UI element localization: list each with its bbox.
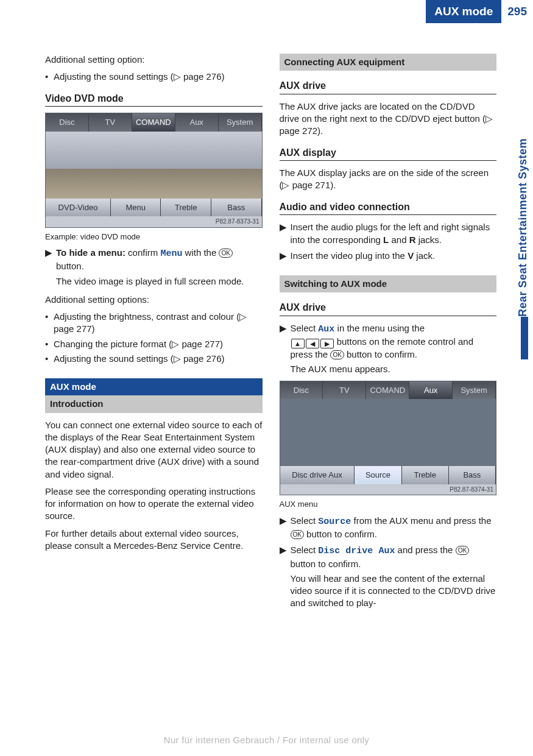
shot1-tab-tv: TV	[89, 113, 132, 132]
step-result: The video image is played in full screen…	[56, 275, 263, 288]
shot1-bot-menu: Menu	[111, 199, 161, 217]
step-insert-audio: ▶ Insert the audio plugs for the left an…	[280, 221, 497, 246]
step-marker-icon: ▶	[45, 247, 56, 273]
header-title: AUX mode	[426, 0, 501, 23]
heading-video-dvd: Video DVD mode	[45, 92, 263, 107]
shot1-ref: P82.87-8373-31	[46, 216, 262, 227]
ok-icon: OK	[330, 350, 344, 359]
step-text: Insert the video plug into the V jack.	[291, 250, 436, 262]
caption: Example: video DVD mode	[45, 231, 263, 242]
ok-icon: OK	[456, 546, 469, 555]
menu-term: Menu	[160, 249, 182, 259]
shot2-tab-tv: TV	[323, 381, 366, 400]
up-arrow-key-icon: ▲	[291, 339, 305, 348]
step-marker-icon: ▶	[280, 250, 291, 262]
page-header: AUX mode 295	[0, 0, 533, 23]
step-select-disc-drive-aux: ▶ Select Disc drive Aux and press the OK…	[280, 544, 497, 570]
step-marker-icon: ▶	[280, 544, 291, 570]
heading-aux-display: AUX display	[280, 146, 497, 161]
bullet-item: •Changing the picture format (▷ page 277…	[45, 338, 263, 350]
shot2-bot-source: Source	[355, 466, 401, 484]
ok-icon: OK	[291, 530, 304, 539]
subsection-introduction: Introduction	[45, 395, 263, 412]
paragraph: The AUX display jacks are on the side of…	[280, 167, 497, 192]
subsection-switching: Switching to AUX mode	[280, 275, 497, 292]
shot1-tab-aux: Aux	[175, 113, 219, 132]
heading-av-connection: Audio and video connection	[280, 200, 497, 216]
shot2-tab-system: System	[453, 381, 496, 400]
menu-term: Disc drive Aux	[318, 546, 395, 556]
screenshot-aux-menu: Disc TV COMAND Aux System Disc drive Aux…	[280, 381, 497, 496]
paragraph: For further details about external video…	[45, 528, 263, 553]
ok-icon: OK	[219, 249, 232, 258]
step-select-source: ▶ Select Source from the AUX menu and pr…	[280, 515, 497, 541]
step-text: Insert the audio plugs for the left and …	[291, 221, 497, 246]
heading-aux-drive: AUX drive	[280, 79, 497, 94]
shot2-bot-discdriveaux: Disc drive Aux	[280, 466, 355, 484]
side-tab-label: Rear Seat Entertainment System	[517, 97, 529, 317]
left-arrow-key-icon: ◀	[306, 339, 319, 348]
bullet-icon: •	[45, 71, 54, 83]
step-insert-video: ▶ Insert the video plug into the V jack.	[280, 250, 497, 262]
step-select-aux: ▶ Select Aux in the menu using the ▲◀▶ b…	[280, 322, 497, 361]
shot1-tab-disc: Disc	[46, 113, 89, 132]
shot1-tab-system: System	[219, 113, 262, 132]
bullet-item: •Adjusting the brightness, contrast and …	[45, 311, 263, 336]
text: Additional setting options:	[45, 294, 263, 306]
step-result: You will hear and see the content of the…	[291, 573, 497, 610]
step-marker-icon: ▶	[280, 221, 291, 246]
shot2-bot-bass: Bass	[449, 466, 496, 484]
shot2-bot-treble: Treble	[402, 466, 449, 484]
right-arrow-key-icon: ▶	[320, 339, 334, 348]
step-text: Select Aux in the menu using the ▲◀▶ but…	[291, 322, 497, 361]
step-hide-menu: ▶ To hide a menu: confirm Menu with the …	[45, 247, 263, 273]
bullet-item: • Adjusting the sound settings (▷ page 2…	[45, 71, 263, 83]
step-text: Select Disc drive Aux and press the OK b…	[291, 544, 470, 570]
shot2-tab-comand: COMAND	[366, 381, 409, 400]
heading-aux-drive-2: AUX drive	[280, 301, 497, 316]
bullet-item: •Adjusting the sound settings (▷ page 27…	[45, 353, 263, 365]
side-strip-top	[521, 317, 528, 359]
step-result: The AUX menu appears.	[291, 363, 497, 375]
step-text: Select Source from the AUX menu and pres…	[291, 515, 497, 541]
step-marker-icon: ▶	[280, 322, 291, 361]
right-column: Connecting AUX equipment AUX drive The A…	[280, 54, 497, 615]
caption: AUX menu	[280, 499, 497, 510]
shot1-bot-dvdvideo: DVD-Video	[46, 199, 111, 217]
page-number: 295	[501, 0, 533, 23]
step-text: To hide a menu: confirm Menu with the OK…	[56, 247, 263, 273]
shot1-bot-bass: Bass	[211, 199, 262, 217]
step-marker-icon: ▶	[280, 515, 291, 541]
shot2-ref: P82.87-8374-31	[280, 484, 496, 495]
text: Additional setting option:	[45, 54, 263, 66]
subsection-connecting: Connecting AUX equipment	[280, 54, 497, 71]
paragraph: Please see the corresponding operating i…	[45, 486, 263, 523]
left-column: Additional setting option: • Adjusting t…	[45, 54, 263, 615]
section-aux-mode: AUX mode	[45, 378, 263, 395]
paragraph: The AUX drive jacks are located on the C…	[280, 101, 497, 138]
shot1-bot-treble: Treble	[161, 199, 211, 217]
menu-term: Source	[318, 517, 351, 527]
shot2-tab-aux: Aux	[409, 381, 453, 400]
paragraph: You can connect one external video sourc…	[45, 419, 263, 481]
menu-term: Aux	[318, 324, 334, 334]
bullet-text: Adjusting the sound settings (▷ page 276…	[54, 71, 225, 83]
screenshot-video-dvd: Disc TV COMAND Aux System DVD-Video Menu…	[45, 113, 263, 228]
shot1-tab-comand: COMAND	[132, 113, 175, 132]
watermark: Nur für internen Gebrauch / For internal…	[0, 735, 533, 745]
shot2-tab-disc: Disc	[280, 381, 323, 400]
